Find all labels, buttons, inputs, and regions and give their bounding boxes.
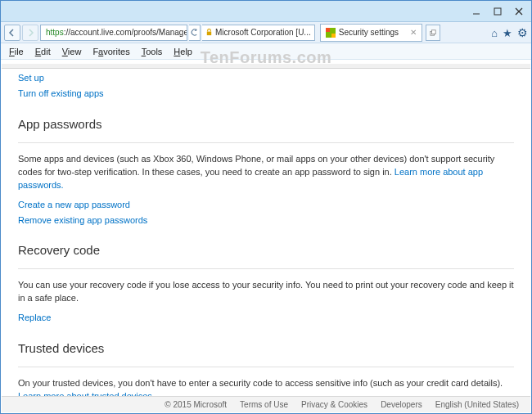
divider <box>18 367 514 367</box>
tab-title: Security settings <box>339 28 399 37</box>
back-button[interactable] <box>4 25 20 41</box>
app-passwords-body: Some apps and devices (such as Xbox 360,… <box>18 153 514 192</box>
page-content: Set up Turn off existing apps App passwo… <box>2 61 530 397</box>
menu-view[interactable]: View <box>57 46 87 57</box>
close-tab-button[interactable]: ✕ <box>410 28 417 37</box>
turnoff-apps-link[interactable]: Turn off existing apps <box>18 88 514 100</box>
lock-icon <box>205 29 213 36</box>
replace-recovery-link[interactable]: Replace <box>18 312 514 324</box>
footer-locale[interactable]: English (United States) <box>435 400 519 409</box>
browser-toolbar-right: ⌂ ★ ⚙ <box>491 23 528 43</box>
create-app-password-link[interactable]: Create a new app password <box>18 199 514 211</box>
tools-button[interactable]: ⚙ <box>517 26 528 39</box>
close-window-button[interactable] <box>508 3 530 20</box>
address-bar-row: https://account.live.com/proofs/Manage?m… <box>1 22 531 43</box>
menu-help[interactable]: Help <box>169 46 197 57</box>
page-footer: © 2015 Microsoft Terms of Use Privacy & … <box>2 396 530 412</box>
footer-terms[interactable]: Terms of Use <box>240 400 288 409</box>
setup-link[interactable]: Set up <box>18 72 514 84</box>
svg-rect-8 <box>431 29 435 34</box>
forward-button[interactable] <box>22 25 38 41</box>
microsoft-logo-icon <box>326 28 336 38</box>
window-titlebar <box>1 1 531 22</box>
trusted-devices-heading: Trusted devices <box>18 340 514 357</box>
home-button[interactable]: ⌂ <box>491 27 498 39</box>
address-bar[interactable]: https://account.live.com/proofs/Manage?m… <box>40 25 187 41</box>
maximize-button[interactable] <box>487 3 508 20</box>
cert-org-label: Microsoft Corporation [U... <box>215 28 311 37</box>
new-tab-button[interactable] <box>426 25 440 41</box>
refresh-button[interactable] <box>189 25 201 41</box>
divider <box>18 268 514 269</box>
url-scheme: https <box>46 28 64 37</box>
menu-edit[interactable]: Edit <box>30 46 56 57</box>
menu-tools[interactable]: Tools <box>137 46 168 57</box>
svg-rect-1 <box>494 8 501 15</box>
menu-bar: File Edit View Favorites Tools Help <box>1 43 531 60</box>
trusted-body: On your trusted devices, you don't have … <box>18 377 514 397</box>
recovery-code-heading: Recovery code <box>18 241 514 259</box>
menu-favorites[interactable]: Favorites <box>88 46 134 57</box>
remove-app-passwords-link[interactable]: Remove existing app passwords <box>18 214 514 227</box>
app-passwords-heading: App passwords <box>18 115 514 133</box>
divider <box>18 142 514 143</box>
recovery-body: You can use your recovery code if you lo… <box>18 279 514 305</box>
url-rest: ://account.live.com/proofs/Manage?mkt=en… <box>64 28 187 37</box>
footer-copyright: © 2015 Microsoft <box>165 400 227 409</box>
svg-rect-6 <box>207 32 211 36</box>
footer-privacy[interactable]: Privacy & Cookies <box>301 400 367 409</box>
footer-developers[interactable]: Developers <box>381 400 422 409</box>
favorites-button[interactable]: ★ <box>503 27 512 39</box>
minimize-button[interactable] <box>466 3 487 20</box>
browser-tab[interactable]: Security settings ✕ <box>320 24 422 42</box>
security-cert-indicator[interactable]: Microsoft Corporation [U... <box>202 25 315 41</box>
menu-file[interactable]: File <box>4 46 29 57</box>
cutoff-indicator <box>2 64 530 69</box>
